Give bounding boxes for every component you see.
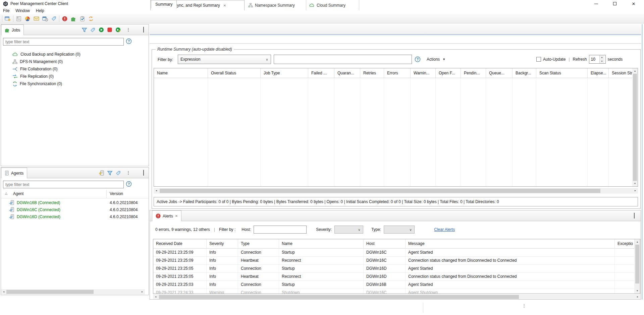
stop-job-button[interactable] [107, 27, 112, 32]
alert-row[interactable]: 09-29-2021 23:25:03 Info Connection Star… [153, 281, 640, 289]
schedule-button[interactable] [41, 15, 49, 23]
column-header[interactable]: Elapse... [588, 68, 609, 78]
summary-horizontal-scrollbar[interactable]: ◂ ▸ [154, 188, 638, 194]
alert-row[interactable]: 09-29-2021 23:25:09 Info Connection Star… [153, 249, 640, 257]
column-header[interactable]: Queue... [486, 68, 513, 78]
scroll-down-icon[interactable]: ▾ [635, 288, 640, 294]
column-header[interactable]: Scan Status [536, 68, 588, 78]
column-header[interactable]: Overall Status [208, 68, 261, 78]
subtab-summary[interactable]: Summary [151, 0, 177, 8]
tree-item-file-collaboration[interactable]: File Collaboration (0) [1, 65, 148, 73]
window-close-button[interactable]: ✕ [624, 0, 643, 7]
menu-help[interactable]: Help [33, 7, 47, 14]
view-menu-icon[interactable]: ⋮ [126, 28, 130, 32]
scrollbar-thumb[interactable] [633, 74, 637, 181]
window-maximize-button[interactable] [605, 0, 624, 7]
scrollbar-thumb[interactable] [160, 189, 600, 193]
severity-filter-combo[interactable]: ∨ [334, 226, 363, 234]
agents-horizontal-scrollbar[interactable]: ◂ ▸ [1, 289, 145, 295]
restart-job-button[interactable] [115, 27, 121, 33]
tree-item-file-replication[interactable]: File Replication (0) [1, 73, 148, 80]
refresh-interval-input[interactable] [589, 55, 599, 63]
tree-item-cloud-backup[interactable]: Cloud Backup and Replication (0) [1, 51, 148, 58]
clear-alerts-link[interactable]: Clear Alerts [434, 227, 455, 232]
agents-filter-help-button[interactable]: ? [126, 181, 132, 187]
auto-update-checkbox[interactable] [536, 57, 541, 62]
alerts-view-tab[interactable]: Alerts ✕ [152, 210, 181, 221]
alert-row[interactable]: 09-29-2021 23:24:33 Warning Connection S… [153, 289, 640, 294]
jobs-button[interactable] [69, 15, 78, 23]
tag-agents-button[interactable] [116, 171, 121, 176]
tag-jobs-button[interactable] [90, 27, 95, 33]
scroll-left-icon[interactable]: ◂ [154, 188, 159, 193]
refresh-interval-spinner[interactable]: ▲▼ [589, 55, 606, 64]
tab-cloud-summary[interactable]: Cloud Summary [306, 0, 359, 10]
jobs-filter-input[interactable] [3, 38, 124, 46]
alert-row[interactable]: 09-29-2021 23:25:05 Info Connection Star… [153, 265, 640, 273]
scroll-left-icon[interactable]: ◂ [1, 289, 6, 295]
agents-column-version[interactable]: Version [110, 191, 123, 196]
agent-row[interactable]: DGWin16D (Connected) 4.6.0.20210804 [1, 213, 148, 220]
filter-agents-button[interactable] [107, 171, 112, 176]
column-header[interactable]: Name [154, 68, 208, 78]
menu-file[interactable]: File [0, 7, 12, 14]
jobs-filter-help-button[interactable]: ? [126, 38, 132, 44]
alert-row[interactable]: 09-29-2021 23:25:09 Info Heartbeat Recon… [153, 257, 640, 265]
scroll-right-icon[interactable]: ▸ [633, 188, 638, 193]
scrollbar-thumb[interactable] [6, 290, 94, 294]
column-header[interactable]: Errors [384, 68, 411, 78]
scroll-up-icon[interactable]: ▴ [632, 68, 638, 74]
column-header[interactable]: Host [364, 239, 406, 248]
maximize-view-button[interactable] [634, 213, 635, 218]
trim-drag-handle-icon[interactable]: ⋮ [522, 304, 526, 308]
alerts-vertical-scrollbar[interactable]: ▴ ▾ [635, 239, 640, 294]
column-header[interactable]: Failed ... [308, 68, 334, 78]
alert-row[interactable]: 09-29-2021 23:25:05 Info Heartbeat Recon… [153, 273, 640, 281]
filter-help-button[interactable]: ? [415, 56, 421, 62]
alerts-button[interactable] [60, 15, 69, 23]
actions-dropdown[interactable]: Actions ▼ [427, 55, 445, 64]
filter-expression-input[interactable] [274, 55, 412, 64]
start-job-button[interactable] [99, 27, 104, 33]
scroll-right-icon[interactable]: ▸ [140, 289, 145, 295]
close-tab-icon[interactable]: ✕ [223, 4, 226, 7]
view-menu-icon[interactable]: ⋮ [126, 171, 130, 175]
host-filter-input[interactable] [254, 226, 307, 234]
window-minimize-button[interactable] [587, 0, 605, 7]
tree-item-file-synchronization[interactable]: File Synchronization (0) [1, 80, 148, 87]
new-wizard-button[interactable] [3, 15, 12, 23]
filter-jobs-button[interactable] [82, 27, 87, 33]
spinner-down-icon[interactable]: ▼ [600, 59, 604, 63]
jobs-view-tab[interactable]: Jobs [1, 24, 24, 35]
type-filter-combo[interactable]: ∨ [384, 226, 415, 234]
menu-window[interactable]: Window [12, 7, 33, 14]
agents-filter-input[interactable] [3, 181, 124, 188]
column-header[interactable]: Warnin... [411, 68, 436, 78]
column-header[interactable]: Severity [207, 239, 238, 248]
column-header[interactable]: Message [406, 239, 615, 248]
maximize-view-button[interactable] [143, 171, 144, 175]
filter-expression-combo[interactable]: Expression ∨ [178, 55, 271, 64]
column-header[interactable]: Session Stru [609, 68, 633, 78]
scroll-down-icon[interactable]: ▾ [632, 181, 638, 186]
alerts-horizontal-scrollbar[interactable]: ◂ ▸ [153, 295, 640, 299]
column-header[interactable]: Quaran... [334, 68, 360, 78]
agent-row[interactable]: DGWin16C (Connected) 4.6.0.20210804 [1, 206, 148, 213]
refresh-button[interactable] [87, 15, 95, 23]
tab-namespace-summary[interactable]: Namespace Summary [245, 0, 306, 10]
column-header[interactable]: Name [279, 239, 364, 248]
scroll-left-icon[interactable]: ◂ [153, 294, 158, 300]
scrollbar-thumb[interactable] [635, 245, 639, 284]
tree-item-dfsn-management[interactable]: DFS-N Management (0) [1, 58, 148, 65]
tag-button[interactable] [49, 15, 58, 23]
agent-action-button[interactable] [99, 170, 104, 176]
column-header[interactable]: Pendin... [461, 68, 486, 78]
summary-vertical-scrollbar[interactable]: ▴ ▾ [632, 68, 638, 186]
scrollbar-thumb[interactable] [159, 295, 519, 299]
agents-column-agent[interactable]: Agent [13, 191, 23, 196]
agents-view-tab[interactable]: Agents [1, 168, 27, 178]
column-header[interactable]: Job Type [261, 68, 308, 78]
column-header[interactable]: Exceptio [615, 239, 635, 248]
close-tab-icon[interactable]: ✕ [175, 214, 178, 218]
pie-chart-button[interactable] [23, 15, 32, 23]
